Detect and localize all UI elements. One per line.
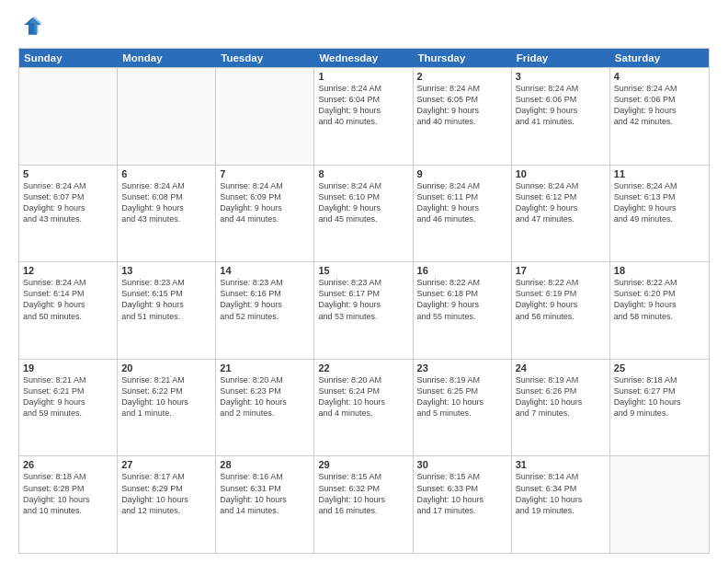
cell-daylight-info: Sunrise: 8:24 AM Sunset: 6:05 PM Dayligh… [417, 83, 507, 128]
cell-date-number: 28 [220, 459, 310, 470]
calendar-cell [19, 68, 118, 165]
calendar-cell: 2Sunrise: 8:24 AM Sunset: 6:05 PM Daylig… [414, 68, 512, 165]
cell-daylight-info: Sunrise: 8:24 AM Sunset: 6:13 PM Dayligh… [614, 180, 705, 225]
calendar-cell: 6Sunrise: 8:24 AM Sunset: 6:08 PM Daylig… [118, 166, 216, 262]
calendar-week-4: 19Sunrise: 8:21 AM Sunset: 6:21 PM Dayli… [19, 359, 709, 456]
cell-date-number: 27 [121, 459, 211, 470]
cell-date-number: 20 [121, 362, 211, 373]
cell-daylight-info: Sunrise: 8:22 AM Sunset: 6:20 PM Dayligh… [614, 277, 705, 322]
cell-daylight-info: Sunrise: 8:24 AM Sunset: 6:04 PM Dayligh… [318, 83, 408, 128]
calendar-cell: 4Sunrise: 8:24 AM Sunset: 6:06 PM Daylig… [610, 68, 709, 165]
cell-date-number: 8 [318, 168, 408, 179]
cell-daylight-info: Sunrise: 8:24 AM Sunset: 6:10 PM Dayligh… [318, 180, 408, 225]
cell-daylight-info: Sunrise: 8:24 AM Sunset: 6:14 PM Dayligh… [23, 277, 113, 322]
calendar-week-3: 12Sunrise: 8:24 AM Sunset: 6:14 PM Dayli… [19, 261, 709, 359]
logo [18, 15, 48, 40]
calendar-cell: 23Sunrise: 8:19 AM Sunset: 6:25 PM Dayli… [414, 360, 512, 456]
cell-daylight-info: Sunrise: 8:24 AM Sunset: 6:07 PM Dayligh… [23, 180, 113, 225]
cell-daylight-info: Sunrise: 8:14 AM Sunset: 6:34 PM Dayligh… [516, 471, 606, 516]
calendar-cell: 13Sunrise: 8:23 AM Sunset: 6:15 PM Dayli… [118, 262, 216, 359]
calendar-cell: 14Sunrise: 8:23 AM Sunset: 6:16 PM Dayli… [216, 262, 314, 359]
calendar-cell: 26Sunrise: 8:18 AM Sunset: 6:28 PM Dayli… [19, 456, 118, 553]
cell-daylight-info: Sunrise: 8:24 AM Sunset: 6:06 PM Dayligh… [614, 83, 705, 128]
calendar-cell: 5Sunrise: 8:24 AM Sunset: 6:07 PM Daylig… [19, 166, 118, 262]
calendar-cell [216, 68, 314, 165]
cell-date-number: 30 [417, 459, 507, 470]
calendar-cell: 3Sunrise: 8:24 AM Sunset: 6:06 PM Daylig… [512, 68, 610, 165]
cell-date-number: 17 [516, 265, 606, 276]
cell-daylight-info: Sunrise: 8:24 AM Sunset: 6:12 PM Dayligh… [516, 180, 606, 225]
day-header-friday: Friday [512, 49, 610, 67]
calendar-cell: 28Sunrise: 8:16 AM Sunset: 6:31 PM Dayli… [216, 456, 314, 553]
cell-date-number: 4 [614, 71, 705, 82]
calendar-cell [610, 456, 709, 553]
cell-daylight-info: Sunrise: 8:18 AM Sunset: 6:27 PM Dayligh… [614, 374, 705, 419]
cell-date-number: 18 [614, 265, 705, 276]
calendar: SundayMondayTuesdayWednesdayThursdayFrid… [18, 48, 710, 554]
cell-date-number: 2 [417, 71, 507, 82]
calendar-header: SundayMondayTuesdayWednesdayThursdayFrid… [19, 49, 709, 67]
cell-daylight-info: Sunrise: 8:19 AM Sunset: 6:25 PM Dayligh… [417, 374, 507, 419]
day-header-saturday: Saturday [610, 49, 709, 67]
cell-date-number: 12 [23, 265, 113, 276]
cell-daylight-info: Sunrise: 8:24 AM Sunset: 6:11 PM Dayligh… [417, 180, 507, 225]
cell-date-number: 26 [23, 459, 113, 470]
cell-daylight-info: Sunrise: 8:24 AM Sunset: 6:08 PM Dayligh… [121, 180, 211, 225]
calendar-cell: 19Sunrise: 8:21 AM Sunset: 6:21 PM Dayli… [19, 360, 118, 456]
calendar-cell: 8Sunrise: 8:24 AM Sunset: 6:10 PM Daylig… [314, 166, 413, 262]
cell-date-number: 7 [220, 168, 310, 179]
cell-date-number: 11 [614, 168, 705, 179]
cell-date-number: 22 [318, 362, 408, 373]
calendar-cell: 21Sunrise: 8:20 AM Sunset: 6:23 PM Dayli… [216, 360, 314, 456]
cell-date-number: 14 [220, 265, 310, 276]
cell-date-number: 25 [614, 362, 705, 373]
cell-daylight-info: Sunrise: 8:17 AM Sunset: 6:29 PM Dayligh… [121, 471, 211, 516]
cell-date-number: 9 [417, 168, 507, 179]
cell-date-number: 24 [516, 362, 606, 373]
calendar-cell [118, 68, 216, 165]
cell-date-number: 23 [417, 362, 507, 373]
cell-daylight-info: Sunrise: 8:24 AM Sunset: 6:09 PM Dayligh… [220, 180, 310, 225]
calendar-cell: 24Sunrise: 8:19 AM Sunset: 6:26 PM Dayli… [512, 360, 610, 456]
cell-date-number: 29 [318, 459, 408, 470]
day-header-thursday: Thursday [414, 49, 512, 67]
page: SundayMondayTuesdayWednesdayThursdayFrid… [0, 0, 728, 563]
cell-date-number: 19 [23, 362, 113, 373]
calendar-cell: 29Sunrise: 8:15 AM Sunset: 6:32 PM Dayli… [314, 456, 413, 553]
day-header-wednesday: Wednesday [314, 49, 413, 67]
day-header-tuesday: Tuesday [216, 49, 314, 67]
cell-daylight-info: Sunrise: 8:23 AM Sunset: 6:15 PM Dayligh… [121, 277, 211, 322]
cell-daylight-info: Sunrise: 8:20 AM Sunset: 6:24 PM Dayligh… [318, 374, 408, 419]
calendar-cell: 10Sunrise: 8:24 AM Sunset: 6:12 PM Dayli… [512, 166, 610, 262]
header [18, 15, 710, 40]
calendar-week-1: 1Sunrise: 8:24 AM Sunset: 6:04 PM Daylig… [19, 67, 709, 165]
cell-daylight-info: Sunrise: 8:16 AM Sunset: 6:31 PM Dayligh… [220, 471, 310, 516]
day-header-sunday: Sunday [19, 49, 118, 67]
calendar-cell: 27Sunrise: 8:17 AM Sunset: 6:29 PM Dayli… [118, 456, 216, 553]
cell-daylight-info: Sunrise: 8:24 AM Sunset: 6:06 PM Dayligh… [516, 83, 606, 128]
calendar-cell: 11Sunrise: 8:24 AM Sunset: 6:13 PM Dayli… [610, 166, 709, 262]
calendar-cell: 25Sunrise: 8:18 AM Sunset: 6:27 PM Dayli… [610, 360, 709, 456]
cell-date-number: 1 [318, 71, 408, 82]
cell-date-number: 15 [318, 265, 408, 276]
calendar-cell: 31Sunrise: 8:14 AM Sunset: 6:34 PM Dayli… [512, 456, 610, 553]
cell-daylight-info: Sunrise: 8:22 AM Sunset: 6:19 PM Dayligh… [516, 277, 606, 322]
logo-icon [18, 15, 44, 40]
cell-date-number: 16 [417, 265, 507, 276]
calendar-week-5: 26Sunrise: 8:18 AM Sunset: 6:28 PM Dayli… [19, 455, 709, 553]
calendar-cell: 12Sunrise: 8:24 AM Sunset: 6:14 PM Dayli… [19, 262, 118, 359]
cell-daylight-info: Sunrise: 8:19 AM Sunset: 6:26 PM Dayligh… [516, 374, 606, 419]
calendar-cell: 17Sunrise: 8:22 AM Sunset: 6:19 PM Dayli… [512, 262, 610, 359]
calendar-cell: 7Sunrise: 8:24 AM Sunset: 6:09 PM Daylig… [216, 166, 314, 262]
cell-date-number: 3 [516, 71, 606, 82]
calendar-cell: 22Sunrise: 8:20 AM Sunset: 6:24 PM Dayli… [314, 360, 413, 456]
cell-daylight-info: Sunrise: 8:15 AM Sunset: 6:33 PM Dayligh… [417, 471, 507, 516]
cell-date-number: 13 [121, 265, 211, 276]
calendar-cell: 16Sunrise: 8:22 AM Sunset: 6:18 PM Dayli… [414, 262, 512, 359]
cell-daylight-info: Sunrise: 8:21 AM Sunset: 6:21 PM Dayligh… [23, 374, 113, 419]
cell-date-number: 31 [516, 459, 606, 470]
cell-daylight-info: Sunrise: 8:23 AM Sunset: 6:17 PM Dayligh… [318, 277, 408, 322]
cell-date-number: 10 [516, 168, 606, 179]
cell-date-number: 6 [121, 168, 211, 179]
cell-date-number: 5 [23, 168, 113, 179]
